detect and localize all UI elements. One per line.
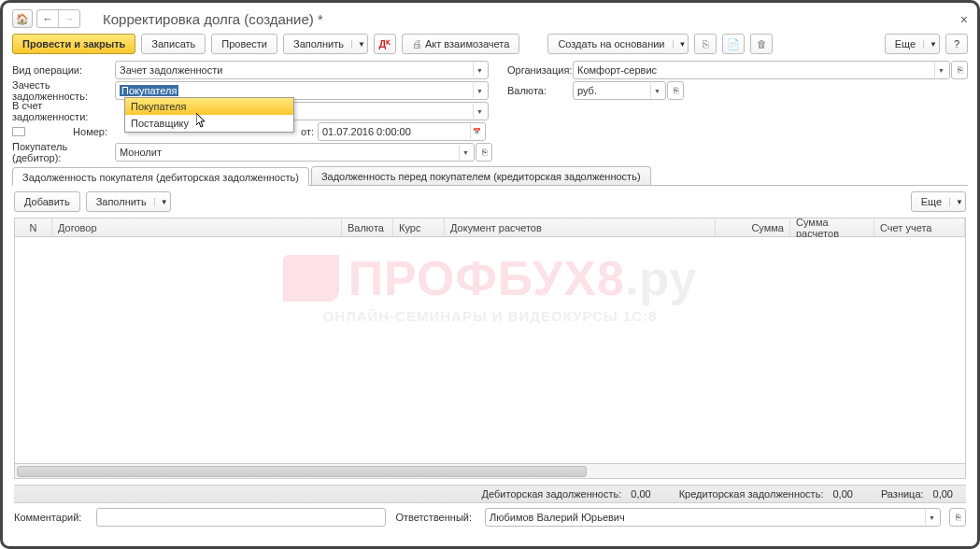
buyer-label: Покупатель (дебитор): — [12, 141, 115, 163]
create-based-button[interactable]: Создать на основании▼ — [547, 34, 689, 54]
chevron-down-icon[interactable]: ▼ — [459, 145, 472, 160]
diff-label: Разница: — [881, 488, 924, 500]
grid-scrollbar[interactable] — [15, 463, 965, 478]
offset-debt-label: Зачесть задолженность: — [12, 79, 115, 102]
close-button[interactable]: × — [960, 12, 968, 27]
offset-act-button[interactable]: 🖨 Акт взаимозачета — [402, 34, 519, 54]
comment-label: Комментарий: — [14, 512, 89, 523]
calendar-icon[interactable]: 📅 — [470, 124, 483, 139]
sub-toolbar: Добавить Заполнить▼ Еще▼ — [14, 191, 966, 212]
diff-value: 0,00 — [933, 488, 953, 500]
against-debt-dropdown: Покупателя Поставщику — [124, 97, 294, 133]
open-buyer-button[interactable]: ⎘ — [476, 143, 492, 162]
footer: Комментарий: Ответственный: Любимов Вале… — [14, 507, 966, 528]
open-org-button[interactable]: ⎘ — [951, 61, 968, 79]
comment-input[interactable] — [96, 508, 386, 527]
back-button[interactable]: ← — [37, 10, 58, 27]
nav-group: ← → — [36, 9, 80, 28]
flag-icon — [12, 127, 25, 136]
responsible-label: Ответственный: — [393, 512, 477, 523]
payable-value: 0,00 — [832, 488, 852, 500]
buyer-input[interactable]: Монолит ▼ — [115, 143, 475, 162]
totals-bar: Дебиторская задолженность: 0,00 Кредитор… — [14, 485, 966, 503]
organization-label: Организация: — [507, 64, 573, 76]
more-button[interactable]: Еще▼ — [885, 34, 940, 54]
window-title: Корректировка долга (создание) * — [103, 11, 323, 27]
col-doc[interactable]: Документ расчетов — [445, 218, 716, 236]
add-button[interactable]: Добавить — [14, 191, 80, 212]
watermark: ПРОФБУХ8.ру ОНЛАЙН-СЕМИНАРЫ И ВИДЕОКУРСЫ… — [15, 237, 965, 463]
col-account[interactable]: Счет учета — [874, 218, 965, 236]
forward-button[interactable]: → — [59, 10, 79, 27]
home-button[interactable]: 🏠 — [12, 9, 33, 28]
chevron-down-icon[interactable]: ▼ — [934, 63, 947, 77]
chevron-down-icon[interactable]: ▼ — [473, 83, 486, 98]
tabs: Задолженность покупателя (дебиторская за… — [12, 166, 968, 186]
date-input[interactable]: 01.07.2016 0:00:00 📅 — [318, 122, 486, 141]
help-button[interactable]: ? — [945, 34, 968, 54]
payable-label: Кредиторская задолженность: — [679, 488, 824, 500]
dropdown-option-buyer[interactable]: Покупателя — [125, 98, 293, 115]
number-label: Номер: — [29, 126, 113, 137]
receivable-label: Дебиторская задолженность: — [482, 488, 622, 500]
grid-header: N Договор Валюта Курс Документ расчетов … — [15, 218, 965, 237]
col-rate[interactable]: Курс — [393, 218, 445, 236]
scrollbar-thumb[interactable] — [17, 466, 587, 477]
receivable-value: 0,00 — [631, 488, 650, 500]
col-calc-sum[interactable]: Сумма расчетов — [790, 218, 874, 236]
operation-type-label: Вид операции: — [12, 64, 115, 76]
open-currency-button[interactable]: ⎘ — [667, 81, 684, 100]
grid-body[interactable]: ПРОФБУХ8.ру ОНЛАЙН-СЕМИНАРЫ И ВИДЕОКУРСЫ… — [15, 237, 965, 463]
settings-icon-button[interactable]: 📄 — [722, 34, 745, 54]
chevron-down-icon[interactable]: ▼ — [650, 83, 663, 98]
post-button[interactable]: Провести — [211, 34, 277, 54]
chevron-down-icon[interactable]: ▼ — [473, 104, 486, 119]
tab-receivable[interactable]: Задолженность покупателя (дебиторская за… — [12, 167, 309, 186]
open-responsible-button[interactable]: ⎘ — [949, 508, 966, 527]
fill-sub-button[interactable]: Заполнить▼ — [86, 191, 171, 212]
delete-mark-button[interactable]: 🗑 — [750, 34, 773, 54]
data-grid: N Договор Валюта Курс Документ расчетов … — [14, 218, 966, 479]
dropdown-option-supplier[interactable]: Поставщику — [125, 115, 293, 132]
responsible-input[interactable]: Любимов Валерий Юрьевич ▼ — [485, 508, 941, 527]
currency-label: Валюта: — [507, 85, 573, 96]
fill-button[interactable]: Заполнить▼ — [283, 34, 368, 54]
post-and-close-button[interactable]: Провести и закрыть — [12, 34, 135, 54]
operation-type-input[interactable]: Зачет задолженности ▼ — [115, 61, 489, 79]
currency-input[interactable]: руб. ▼ — [573, 81, 666, 100]
dk-icon-button[interactable]: Дᴷ — [374, 34, 396, 54]
col-contract[interactable]: Договор — [52, 218, 342, 236]
organization-input[interactable]: Комфорт-сервис ▼ — [573, 61, 950, 79]
chevron-down-icon[interactable]: ▼ — [473, 63, 486, 77]
main-toolbar: Провести и закрыть Записать Провести Зап… — [12, 34, 968, 54]
titlebar: 🏠 ← → Корректировка долга (создание) * — [12, 9, 968, 28]
save-button[interactable]: Записать — [141, 34, 206, 54]
against-debt-label: В счет задолженности: — [12, 100, 115, 122]
more-sub-button[interactable]: Еще▼ — [911, 191, 966, 212]
attach-button[interactable]: ⎘ — [694, 34, 717, 54]
col-sum[interactable]: Сумма — [716, 218, 790, 236]
against-debt-input[interactable]: ▼ — [288, 102, 489, 120]
chevron-down-icon[interactable]: ▼ — [925, 510, 938, 525]
col-currency[interactable]: Валюта — [342, 218, 393, 236]
col-n[interactable]: N — [15, 218, 52, 236]
tab-payable[interactable]: Задолженность перед покупателем (кредито… — [311, 166, 651, 185]
